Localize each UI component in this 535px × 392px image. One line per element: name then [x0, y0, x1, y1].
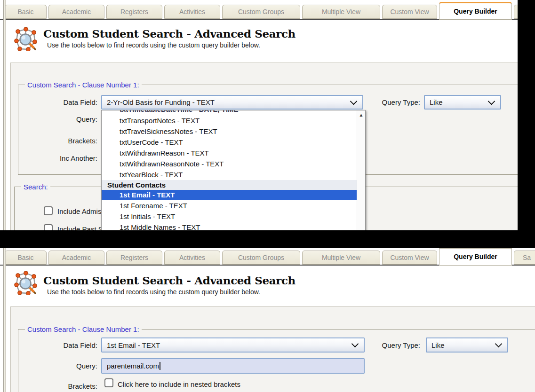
tab-bar: Basic Academic Registers Activities Cust…: [0, 0, 518, 20]
tab-academic[interactable]: Academic: [48, 5, 104, 19]
tab-bar: Basic Academic Registers Activities Cust…: [0, 248, 535, 266]
tab-custom-view[interactable]: Custom View: [382, 251, 437, 265]
query-input[interactable]: parentemail.com: [101, 358, 365, 374]
tab-academic[interactable]: Academic: [48, 251, 104, 265]
dropdown-scrollbar[interactable]: ▲: [357, 110, 365, 230]
dropdown-option[interactable]: txtYearBlock - TEXT: [102, 169, 357, 180]
data-field-dropdown-list: txtTimetableDateTime - DATE, TIME txtTra…: [101, 110, 366, 230]
dropdown-option[interactable]: txtWithdrawnReasonNote - TEXT: [102, 158, 357, 169]
tab-custom-groups[interactable]: Custom Groups: [222, 251, 300, 265]
bottom-screenshot-section: Basic Academic Registers Activities Cust…: [0, 248, 535, 392]
scroll-up-arrow-icon[interactable]: ▲: [357, 110, 365, 120]
top-screenshot-section: Basic Academic Registers Activities Cust…: [0, 0, 518, 230]
query-label: Query:: [19, 362, 97, 370]
query-type-value: Like: [431, 341, 445, 349]
tab-activities[interactable]: Activities: [164, 5, 220, 19]
tab-multiple-view[interactable]: Multiple View: [302, 5, 380, 19]
text-caret: [160, 362, 160, 370]
tab-query-builder[interactable]: Query Builder: [439, 248, 512, 266]
include-past-students-checkbox[interactable]: [44, 224, 53, 230]
data-field-value: 2-Yr-Old Basis for Funding - TEXT: [107, 98, 215, 106]
dropdown-option[interactable]: txtTransportNotes - TEXT: [102, 115, 357, 126]
dropdown-option[interactable]: 1st Forename - TEXT: [102, 200, 357, 211]
query-type-select[interactable]: Like: [424, 95, 501, 110]
data-field-label: Data Field:: [19, 98, 97, 106]
tab-next-partial[interactable]: [514, 5, 518, 19]
tab-activities[interactable]: Activities: [164, 251, 220, 265]
tab-next-partial[interactable]: Sa: [514, 251, 535, 265]
clause-fieldset-legend: Custom Search - Clause Number 1:: [25, 81, 142, 89]
dropdown-option[interactable]: txtWithdrawnReason - TEXT: [102, 148, 357, 158]
data-field-label: Data Field:: [19, 341, 97, 349]
include-admissions-label: Include Admis: [57, 207, 101, 215]
include-past-students-label: Include Past S: [57, 225, 103, 230]
tab-registers[interactable]: Registers: [106, 5, 162, 19]
dropdown-option[interactable]: txtUserCode - TEXT: [102, 137, 357, 148]
query-type-label: Query Type:: [342, 98, 420, 106]
dropdown-option[interactable]: txtTravelSicknessNotes - TEXT: [102, 126, 357, 137]
dropdown-option[interactable]: 1st Middle Names - TEXT: [102, 222, 357, 230]
include-admissions-checkbox[interactable]: [44, 206, 53, 215]
data-field-select[interactable]: 1st Email - TEXT: [101, 337, 365, 353]
brackets-label: Brackets:: [19, 382, 97, 390]
tab-registers[interactable]: Registers: [106, 251, 162, 265]
dropdown-group-header: Student Contacts: [102, 180, 357, 190]
nested-brackets-checkbox-label: Click here to include in nested brackets: [118, 380, 240, 388]
screenshot-stage: Basic Academic Registers Activities Cust…: [0, 0, 535, 392]
chevron-down-icon: [488, 97, 495, 105]
nested-brackets-checkbox[interactable]: [104, 378, 113, 387]
tab-basic[interactable]: Basic: [5, 5, 47, 19]
page-subtitle: Use the tools below to find records usin…: [47, 288, 260, 296]
search-fieldset-legend: Search:: [21, 183, 50, 191]
query-input-value: parentemail.com: [107, 362, 159, 370]
molecule-search-icon: [13, 271, 38, 295]
window-left-edge: [3, 0, 6, 230]
query-type-value: Like: [430, 98, 443, 106]
page-title: Custom Student Search - Advanced Search: [43, 274, 295, 287]
query-label: Query:: [19, 115, 97, 123]
inc-another-label: Inc Another:: [19, 154, 97, 162]
page-title: Custom Student Search - Advanced Search: [43, 27, 295, 40]
dropdown-option-selected[interactable]: 1st Email - TEXT: [102, 190, 357, 200]
query-type-label: Query Type:: [342, 341, 420, 349]
tab-query-builder[interactable]: Query Builder: [439, 2, 512, 20]
chevron-down-icon: [495, 340, 503, 348]
page-subtitle: Use the tools below to find records usin…: [47, 41, 260, 49]
window-left-edge: [3, 248, 6, 392]
dropdown-option-clipped[interactable]: txtTimetableDateTime - DATE, TIME: [102, 110, 357, 115]
data-field-select[interactable]: 2-Yr-Old Basis for Funding - TEXT: [101, 95, 363, 110]
dropdown-option[interactable]: 1st Initials - TEXT: [102, 211, 357, 222]
query-type-select[interactable]: Like: [426, 337, 508, 353]
tab-multiple-view[interactable]: Multiple View: [302, 251, 380, 265]
tab-basic[interactable]: Basic: [5, 251, 47, 265]
dropdown-options: txtTimetableDateTime - DATE, TIME txtTra…: [102, 110, 357, 230]
brackets-label: Brackets:: [19, 137, 97, 145]
clause-fieldset-legend: Custom Search - Clause Number 1:: [25, 325, 142, 333]
tab-custom-groups[interactable]: Custom Groups: [222, 5, 300, 19]
tab-custom-view[interactable]: Custom View: [382, 5, 437, 19]
molecule-search-icon: [13, 27, 38, 51]
data-field-value: 1st Email - TEXT: [107, 341, 160, 349]
